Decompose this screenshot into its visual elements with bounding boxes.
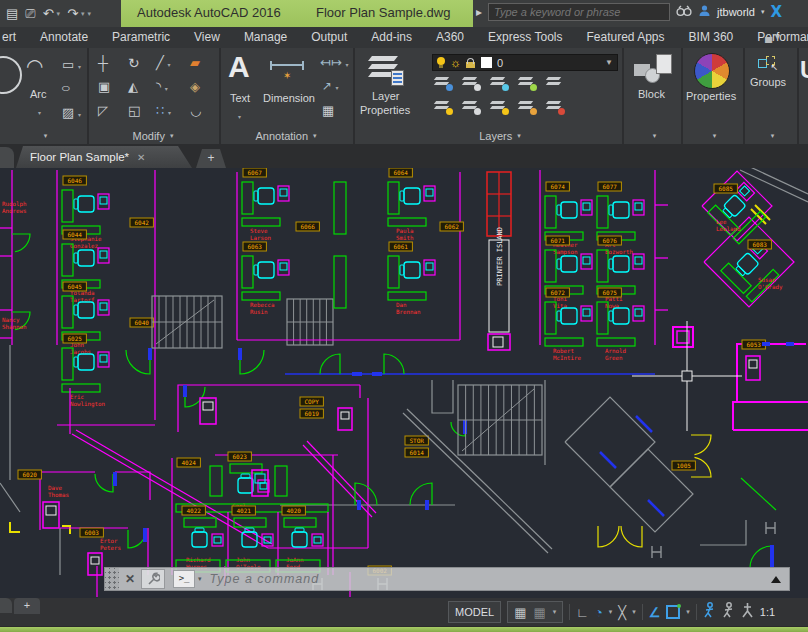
groups-panel-title[interactable]: Groups [750,76,786,88]
search-input[interactable] [488,3,670,21]
autodesk-exchange-icon[interactable]: X [770,3,782,21]
redo-dropdown-icon[interactable]: ▾ [81,10,85,18]
layer-dropdown[interactable]: ☼ 0 ▼ [432,54,618,71]
array-tool-icon[interactable]: ∷ ▾ [156,104,171,117]
annotation-autoscale-icon[interactable] [722,602,735,622]
file-tab-close-icon[interactable]: ✕ [137,152,145,163]
layer-delete-icon[interactable] [546,100,564,114]
annotation-visibility-icon[interactable] [703,602,716,622]
properties-panel-expand[interactable]: ▾ [682,128,742,144]
rectangle-tool-icon[interactable]: ▭ ▾ [62,58,81,71]
new-layout-tab-button[interactable]: + [14,598,40,614]
hatch-tool-icon[interactable]: ▨ ▾ [62,106,81,119]
arc-tool-label[interactable]: Arc [30,88,47,100]
object-snap-icon[interactable] [666,605,680,619]
explode-tool-icon[interactable]: ◈ [190,80,200,93]
undo-dropdown-icon[interactable]: ▾ [57,10,61,18]
layer-dropdown-arrow-icon[interactable]: ▼ [605,58,613,67]
ortho-mode-icon[interactable]: ∟ [576,606,589,619]
layer-on-icon[interactable] [434,100,452,114]
snap-dropdown-icon[interactable]: ▾ [553,608,557,616]
groups-icon[interactable]: ↖ [758,56,778,72]
text-tool-label[interactable]: Text [230,92,250,104]
dimension-tool-label[interactable]: Dimension [263,92,315,104]
command-line-customize-icon[interactable] [141,569,165,589]
annotation-scale-value[interactable]: 1:1 [760,606,775,618]
layer-freeze-icon[interactable] [490,76,508,90]
ribbon-tab-output[interactable]: Output [299,27,359,48]
ribbon-tab-a360[interactable]: A360 [424,27,476,48]
leader-tool-icon[interactable]: ↗ ▾ [322,80,338,92]
command-history-arrow-icon[interactable] [771,576,781,583]
fillet-tool-icon[interactable]: ◝ ▾ [156,80,168,93]
user-menu-dropdown-icon[interactable]: ▾ [761,8,765,16]
osnap-tracking-icon[interactable]: ∠ [649,606,661,619]
ribbon-tab-view[interactable]: View [182,27,232,48]
block-insert-icon[interactable] [634,54,672,86]
layer-lock-icon[interactable] [518,76,536,90]
layer-change-icon[interactable] [462,100,480,114]
rotate-tool-icon[interactable]: ↻ [128,56,140,70]
erase-tool-icon[interactable]: ▰ [190,56,200,69]
grid-display-icon[interactable]: ▦ [514,606,526,619]
polar-tracking-icon[interactable]: ◔ [595,606,603,619]
properties-panel-title[interactable]: Properties [686,90,736,102]
mirror-tool-icon[interactable]: ◭ [128,80,138,93]
layout-tab-partial[interactable] [0,598,12,613]
layer-match-icon[interactable] [546,76,564,90]
qnew-icon[interactable]: ▤ [6,7,18,20]
new-drawing-tab-button[interactable]: + [196,149,226,168]
command-prompt-dropdown-icon[interactable]: ▾ [198,575,202,583]
circle-tool-icon[interactable] [0,56,22,94]
annotation-panel-label[interactable]: Annotation▾ [220,128,352,144]
model-space-button[interactable]: MODEL [448,601,501,623]
modify-panel-label[interactable]: Modify▾ [88,128,218,144]
offset-tool-icon[interactable]: ◡ [190,104,201,117]
binoculars-search-icon[interactable] [676,5,692,20]
layers-panel-label[interactable]: Layers▾ [430,128,570,144]
command-input-placeholder[interactable]: Type a command [210,572,320,586]
properties-wheel-icon[interactable] [694,53,730,89]
copy-tool-icon[interactable]: ▣ [98,80,110,93]
file-tab-active[interactable]: Floor Plan Sample* ✕ [16,146,192,168]
drawing-canvas[interactable]: RudolphAndrewsNancyShannonStephanieGonza… [0,168,808,600]
groups-panel-expand[interactable]: ▾ [744,128,796,144]
ellipse-tool-icon[interactable]: ○ [61,82,71,94]
arc-dropdown-icon[interactable]: ▾ [38,102,41,118]
annotation-scale-icon[interactable] [741,602,754,622]
move-tool-icon[interactable]: ┼ [98,56,108,70]
layer-unlock-all-icon[interactable] [518,100,536,114]
text-dropdown-icon[interactable]: ▾ [238,106,241,122]
ribbon-tab-ert[interactable]: ert [0,27,28,48]
ribbon-tab-annotate[interactable]: Annotate [28,27,100,48]
isometric-drafting-icon[interactable]: ╳ [618,606,626,619]
stretch-tool-icon[interactable]: ◸ [98,104,108,117]
layer-thaw-all-icon[interactable] [490,100,508,114]
ribbon-tab-express-tools[interactable]: Express Tools [476,27,574,48]
dimension-tool-icon[interactable] [270,64,304,66]
command-line-bar[interactable]: ✕ >_ ▾ Type a command [104,567,790,591]
block-panel-title[interactable]: Block [638,88,665,100]
file-tab-partial[interactable] [0,147,14,168]
layer-isolate-icon[interactable] [434,76,452,90]
ribbon-tab-bim-360[interactable]: BIM 360 [677,27,746,48]
ribbon-tab-parametric[interactable]: Parametric [100,27,182,48]
layer-properties-icon[interactable] [368,54,402,84]
text-tool-icon[interactable]: A [228,52,250,82]
scale-tool-icon[interactable]: ◱ [128,104,140,117]
command-line-close-icon[interactable]: ✕ [119,572,141,586]
plot-icon[interactable]: ⎚ [25,7,35,20]
ribbon-tab-manage[interactable]: Manage [232,27,299,48]
block-panel-expand[interactable]: ▾ [624,128,680,144]
linear-dimension-icon[interactable]: ↤↦ ▾ [320,56,348,69]
osnap-dropdown-icon[interactable]: ▾ [686,608,690,616]
grid-snap-group[interactable]: ▦ ▦ ▾ [507,601,563,623]
trim-tool-icon[interactable]: ╱ ▾ [156,56,170,69]
search-expand-icon[interactable]: ▸ [476,5,482,19]
snap-mode-icon[interactable]: ▦ [533,606,545,619]
ribbon-tab-add-ins[interactable]: Add-ins [359,27,424,48]
table-tool-icon[interactable]: ▦ [322,104,334,117]
undo-icon[interactable]: ↶ [43,7,54,20]
command-line-grip[interactable] [105,568,119,590]
layer-properties-label-1[interactable]: Layer [372,90,400,102]
